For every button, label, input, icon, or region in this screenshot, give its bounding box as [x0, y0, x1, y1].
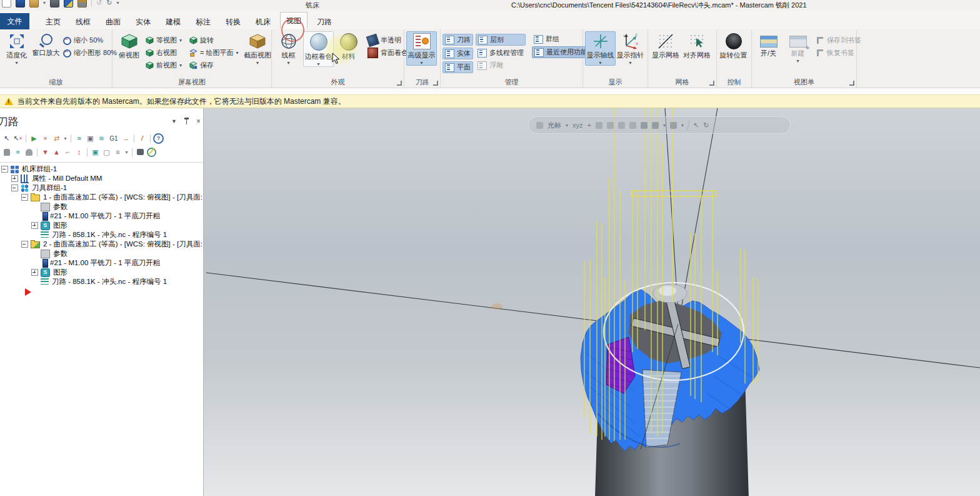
overlay-icon[interactable] — [607, 122, 614, 129]
toolpath-options-icon[interactable]: ≋ — [96, 133, 107, 143]
tree-row[interactable]: 1 - 曲面高速加工 (等高) - [WCS: 俯视图] - [刀具面: 俯视 — [0, 193, 203, 202]
recent-functions-toggle[interactable]: 最近使用功能 — [532, 46, 590, 58]
overlay-icon[interactable] — [652, 122, 659, 129]
advanced-display-button[interactable]: 高级显示 ▾ — [406, 31, 437, 66]
backplot-icon[interactable]: ▣ — [90, 147, 101, 157]
tree-row[interactable]: 参数 — [0, 202, 203, 211]
plus-icon[interactable]: + — [588, 121, 591, 129]
multithread-manager-toggle[interactable]: 多线程管理 — [476, 48, 526, 58]
move-up-icon[interactable]: ▲ — [51, 147, 62, 157]
refresh-icon[interactable]: ↻ — [703, 121, 709, 129]
scroll-insert-icon[interactable]: ↕ — [74, 147, 84, 157]
viewsheet-onoff-button[interactable]: 开/关 — [754, 31, 783, 58]
solids-manager-toggle[interactable]: 实体 — [442, 48, 473, 59]
save-view-button[interactable]: 保存 — [188, 60, 241, 71]
tree-row[interactable]: 2 - 曲面高速加工 (等高) - [WCS: 俯视图] - [刀具面: 俯视 — [0, 240, 203, 249]
zoom-out-50-button[interactable]: 缩小 50% — [61, 35, 119, 46]
chevron-down-icon[interactable]: ▾ — [629, 61, 631, 65]
translucency-button[interactable]: 半透明 — [366, 35, 410, 46]
chevron-down-icon[interactable]: ▾ — [256, 61, 259, 65]
chevron-down-icon[interactable]: ▾ — [62, 133, 68, 143]
tab-home[interactable]: 主页 — [40, 14, 66, 29]
collapse-icon[interactable] — [1, 166, 8, 173]
tab-file[interactable]: 文件 — [0, 13, 29, 29]
autocursor-mode-icon[interactable] — [536, 122, 543, 129]
tree-row[interactable]: 刀路 - 858.1K - 冲头.nc - 程序编号 1 — [0, 277, 203, 286]
move-insert-icon[interactable]: ⌐ — [62, 147, 73, 157]
chevron-down-icon[interactable]: ▾ — [566, 123, 568, 128]
edit-common-icon[interactable]: / — [136, 132, 149, 144]
rotate-view-button[interactable]: 旋转 — [188, 35, 241, 46]
undo-icon[interactable]: ↺ — [96, 0, 102, 7]
save-icon[interactable] — [16, 0, 25, 8]
tree-row[interactable]: 图形 — [0, 268, 203, 277]
chevron-down-icon[interactable]: ▾ — [420, 61, 422, 65]
overlay-icon[interactable] — [618, 122, 625, 129]
outline-shaded-button[interactable]: 边框着色 ▾ — [303, 31, 334, 67]
iso-view-button[interactable]: 等视图▾ — [144, 35, 184, 46]
print-icon[interactable] — [50, 0, 59, 8]
chevron-down-icon[interactable]: ▾ — [599, 61, 601, 65]
new-file-icon[interactable] — [2, 0, 11, 8]
top-view-button[interactable]: 俯视图 — [114, 31, 144, 60]
tree-row[interactable]: 刀具群组-1 — [0, 183, 203, 193]
section-view-button[interactable]: 截面视图 ▾ — [243, 31, 272, 65]
machine-sim-icon[interactable] — [135, 147, 146, 157]
tab-solids[interactable]: 实体 — [130, 14, 156, 29]
toolpath-display-icon[interactable]: ≈ — [74, 133, 84, 143]
verify-icon[interactable]: ▢ — [101, 147, 112, 157]
post-selected-icon[interactable]: → — [121, 133, 131, 143]
front-view-button[interactable]: 前视图▾ — [144, 60, 184, 71]
expand-icon[interactable] — [31, 222, 38, 229]
material-shading-button[interactable]: 材料 — [334, 31, 363, 61]
chevron-down-icon[interactable]: ▾ — [287, 61, 289, 65]
tree-row[interactable]: 图形 — [0, 221, 203, 230]
snap-grid-button[interactable]: 对齐网格 — [681, 31, 712, 60]
tree-row[interactable]: #21 - M1.00 平铣刀 - 1 平底刀开粗 — [0, 258, 203, 268]
show-grid-button[interactable]: 显示网格 — [650, 31, 681, 60]
select-none-icon[interactable]: ↖× — [12, 133, 23, 143]
window-zoom-button[interactable]: 窗口放大 — [31, 31, 61, 58]
ghost-ops-icon[interactable] — [24, 147, 34, 157]
select-all-icon[interactable]: ↖ — [1, 133, 12, 143]
graphics-viewport[interactable]: 光标 ▾ xyz + ▾ ▾ ↖ ↻ — [204, 108, 980, 496]
overlay-icon[interactable] — [629, 122, 636, 129]
lock-icon[interactable] — [1, 147, 12, 157]
show-axes-button[interactable]: 显示轴线 ▾ — [585, 31, 616, 66]
tree-row[interactable]: 机床群组-1 — [0, 164, 203, 174]
tree-row[interactable]: 参数 — [0, 249, 203, 258]
post-icon[interactable] — [146, 147, 157, 157]
collapse-icon[interactable] — [21, 241, 28, 248]
tree-row[interactable]: 属性 - Mill Default MM — [0, 174, 203, 183]
regen-selected-icon[interactable]: ▶ — [29, 133, 39, 143]
overlay-icon[interactable] — [596, 122, 602, 129]
expand-icon[interactable] — [11, 175, 18, 182]
chevron-down-icon[interactable]: ▾ — [663, 123, 666, 128]
simulator-options-icon[interactable]: ≡ — [112, 147, 123, 157]
redo-caret-icon[interactable]: ▾ — [116, 0, 119, 6]
collapse-icon[interactable] — [11, 185, 18, 191]
copy-ops-icon[interactable]: ▣ — [85, 133, 96, 143]
tree-insert-marker-row[interactable] — [0, 286, 203, 297]
move-down-icon[interactable]: ▼ — [40, 147, 51, 157]
overlay-icon[interactable] — [641, 122, 648, 129]
tree-row[interactable]: 刀路 - 858.1K - 冲头.nc - 程序编号 1 — [0, 230, 203, 240]
tab-wireframe[interactable]: 线框 — [70, 14, 96, 29]
tab-transform[interactable]: 转换 — [220, 14, 246, 29]
fit-button[interactable]: 适度化 ▾ — [2, 31, 31, 65]
collapse-icon[interactable] — [21, 194, 28, 201]
tab-view[interactable]: 视图 — [280, 12, 308, 29]
tab-machine[interactable]: 机床 — [250, 14, 276, 29]
cursor-label[interactable]: 光标 — [548, 121, 561, 130]
chevron-down-icon[interactable]: ▾ — [15, 61, 18, 65]
chevron-down-icon[interactable]: ▾ — [124, 147, 129, 157]
toolpaths-manager-toggle[interactable]: 刀路 — [442, 34, 473, 46]
close-icon[interactable]: × — [196, 117, 201, 126]
tab-toolpaths[interactable]: 刀路 — [311, 14, 338, 29]
pin-icon[interactable] — [184, 118, 189, 125]
redo-icon[interactable]: ↻ — [106, 0, 112, 7]
regen-dirty-icon[interactable]: ⇄ — [51, 133, 62, 143]
xyz-entry-icon[interactable]: xyz — [572, 121, 583, 129]
planes-manager-toggle[interactable]: 平面 — [442, 61, 473, 73]
tab-drafting[interactable]: 标注 — [190, 14, 216, 29]
